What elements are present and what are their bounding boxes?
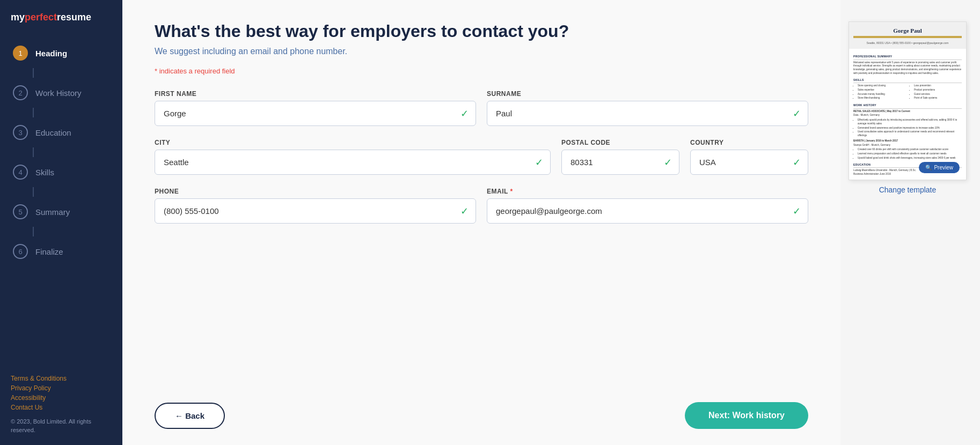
logo[interactable]: myperfectresume bbox=[0, 0, 122, 38]
page-subtitle: We suggest including an email and phone … bbox=[155, 47, 808, 56]
city-wrapper: ✓ bbox=[155, 150, 551, 175]
surname-label: SURNAME bbox=[487, 90, 808, 98]
logo-perfect: perfect bbox=[25, 12, 57, 23]
nav-connector-5 bbox=[33, 227, 34, 236]
city-check-icon: ✓ bbox=[535, 157, 543, 168]
country-group: COUNTRY ✓ bbox=[690, 139, 808, 175]
nav-items: 1 Heading 2 Work History 3 Education 4 S… bbox=[0, 38, 122, 364]
resume-skills-col2: Loss prevention Product promotions Guest… bbox=[910, 84, 962, 101]
skill-4: Store Merchandising bbox=[858, 97, 905, 100]
resume-work-entry2: BARISTA | January 2016 to March 2017 bbox=[853, 139, 962, 143]
step-circle-6: 6 bbox=[13, 244, 28, 259]
postal-code-check-icon: ✓ bbox=[664, 157, 672, 168]
privacy-link[interactable]: Privacy Policy bbox=[11, 384, 112, 392]
skill-2: Sales expertise bbox=[858, 88, 905, 92]
city-input[interactable] bbox=[155, 150, 551, 175]
resume-work-company1: Data - Munich, Germany bbox=[853, 114, 962, 117]
sidebar-item-label-finalize: Finalize bbox=[35, 247, 63, 256]
copyright: © 2023, Bold Limited. All rights reserve… bbox=[11, 418, 112, 434]
skill-5: Loss prevention bbox=[914, 84, 962, 88]
preview-button[interactable]: 🔍 Preview bbox=[919, 162, 960, 173]
sidebar-item-heading[interactable]: 1 Heading bbox=[13, 38, 122, 68]
resume-name: Gorge Paul bbox=[853, 27, 962, 34]
sidebar-item-label-heading: Heading bbox=[35, 49, 67, 58]
first-name-group: FIRST NAME ✓ bbox=[155, 90, 476, 126]
sidebar-item-work-history[interactable]: 2 Work History bbox=[13, 78, 122, 108]
nav-connector-2 bbox=[33, 108, 34, 117]
resume-summary-title: PROFESSIONAL SUMMARY bbox=[853, 55, 962, 60]
resume-header: Gorge Paul Seattle, 80331 USA • (800) 55… bbox=[849, 22, 966, 49]
main-content: What's the best way for employers to con… bbox=[122, 0, 840, 445]
resume-gold-bar bbox=[853, 36, 962, 38]
step-circle-2: 2 bbox=[13, 85, 28, 100]
postal-code-label: POSTAL CODE bbox=[561, 139, 679, 146]
city-label: CITY bbox=[155, 139, 551, 146]
nav-connector-4 bbox=[33, 187, 34, 197]
back-button[interactable]: ← Back bbox=[155, 403, 225, 429]
resume-skills-title: SKILLS bbox=[853, 78, 962, 84]
resume-skills-col1: Store opening and closing Sales expertis… bbox=[853, 84, 905, 101]
terms-link[interactable]: Terms & Conditions bbox=[11, 375, 112, 382]
nav-connector-3 bbox=[33, 147, 34, 157]
form-row-location: CITY ✓ POSTAL CODE ✓ COUNTRY ✓ bbox=[155, 139, 808, 175]
logo-resume: resume bbox=[57, 12, 91, 23]
resume-summary-text: Motivated sales representative with 5 ye… bbox=[853, 61, 962, 76]
sidebar-item-skills[interactable]: 4 Skills bbox=[13, 157, 122, 187]
sidebar-item-education[interactable]: 3 Education bbox=[13, 117, 122, 147]
country-check-icon: ✓ bbox=[793, 157, 801, 168]
country-label: COUNTRY bbox=[690, 139, 808, 146]
bottom-nav: ← Back Next: Work history bbox=[155, 397, 808, 429]
skill-8: Point of Sale systems bbox=[914, 97, 962, 100]
email-label: EMAIL * bbox=[487, 188, 808, 195]
sidebar-item-label-summary: Summary bbox=[35, 207, 70, 217]
nav-connector-1 bbox=[33, 68, 34, 78]
contact-link[interactable]: Contact Us bbox=[11, 404, 112, 411]
first-name-input[interactable] bbox=[155, 101, 476, 126]
form-row-contact: PHONE ✓ EMAIL * ✓ bbox=[155, 188, 808, 224]
skill-7: Guest services bbox=[914, 93, 962, 97]
email-group: EMAIL * ✓ bbox=[487, 188, 808, 224]
resume-work-title: WORK HISTORY bbox=[853, 103, 962, 109]
postal-code-wrapper: ✓ bbox=[561, 150, 679, 175]
resume-work-bullet4: Created over 60 drinks per shift with co… bbox=[858, 148, 962, 152]
resume-work-company2: Stamps GmbH - Munich, Germany bbox=[853, 144, 962, 147]
required-note: * indicates a required field bbox=[155, 67, 808, 75]
sidebar-footer: Terms & Conditions Privacy Policy Access… bbox=[0, 364, 122, 445]
sidebar-item-label-work-history: Work History bbox=[35, 88, 82, 98]
form-section: FIRST NAME ✓ SURNAME ✓ CITY ✓ bbox=[155, 90, 808, 375]
country-wrapper: ✓ bbox=[690, 150, 808, 175]
skill-1: Store opening and closing bbox=[858, 84, 905, 88]
form-row-name: FIRST NAME ✓ SURNAME ✓ bbox=[155, 90, 808, 126]
email-input[interactable] bbox=[487, 198, 808, 224]
resume-work-bullet6: Upsold baked good and drink shots with b… bbox=[858, 157, 962, 160]
phone-check-icon: ✓ bbox=[460, 205, 469, 217]
surname-check-icon: ✓ bbox=[793, 108, 801, 120]
accessibility-link[interactable]: Accessibility bbox=[11, 394, 112, 402]
skill-3: Accurate money handling bbox=[858, 93, 905, 97]
surname-wrapper: ✓ bbox=[487, 101, 808, 126]
postal-code-input[interactable] bbox=[561, 150, 679, 175]
surname-group: SURNAME ✓ bbox=[487, 90, 808, 126]
step-circle-3: 3 bbox=[13, 125, 28, 140]
first-name-check-icon: ✓ bbox=[460, 108, 469, 120]
resume-work-bullet5: Learned menu preparation and utilized ef… bbox=[858, 152, 962, 156]
phone-input[interactable] bbox=[155, 198, 476, 224]
surname-input[interactable] bbox=[487, 101, 808, 126]
first-name-wrapper: ✓ bbox=[155, 101, 476, 126]
sidebar-item-summary[interactable]: 5 Summary bbox=[13, 197, 122, 227]
email-check-icon: ✓ bbox=[793, 205, 801, 217]
postal-code-group: POSTAL CODE ✓ bbox=[561, 139, 679, 175]
page-title: What's the best way for employers to con… bbox=[155, 21, 808, 41]
resume-work-bullet3: Used consultative sales approach to unde… bbox=[858, 130, 962, 138]
sidebar-item-finalize[interactable]: 6 Finalize bbox=[13, 236, 122, 266]
preview-label: Preview bbox=[934, 165, 953, 170]
next-button[interactable]: Next: Work history bbox=[685, 402, 808, 429]
preview-icon: 🔍 bbox=[925, 165, 932, 170]
country-input[interactable] bbox=[690, 150, 808, 175]
change-template-link[interactable]: Change template bbox=[879, 186, 937, 194]
phone-wrapper: ✓ bbox=[155, 198, 476, 224]
required-note-text: indicates a required field bbox=[157, 67, 235, 75]
phone-label: PHONE bbox=[155, 188, 476, 195]
email-required-star: * bbox=[510, 188, 513, 195]
preview-panel: Gorge Paul Seattle, 80331 USA • (800) 55… bbox=[840, 0, 980, 445]
